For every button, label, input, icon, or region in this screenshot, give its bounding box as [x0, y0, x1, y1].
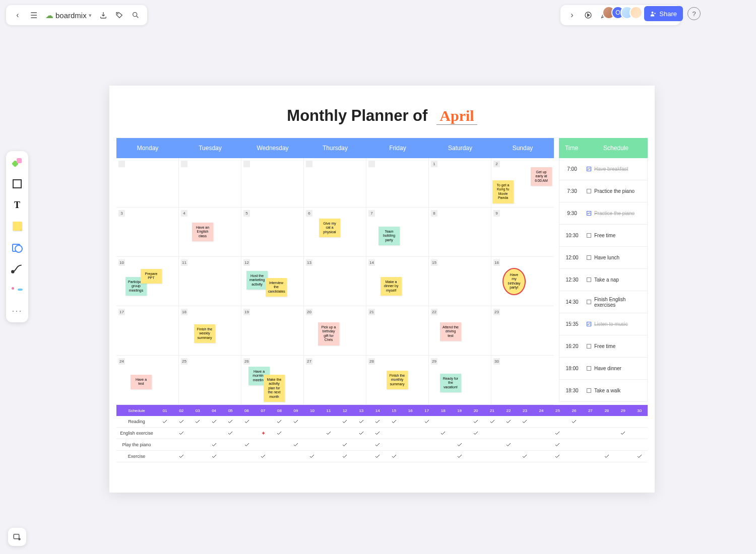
tracker-cell[interactable] [271, 428, 287, 439]
calendar-cell[interactable]: 24Have a test [116, 356, 179, 405]
tracker-cell[interactable] [255, 416, 271, 427]
schedule-item[interactable]: ✓Practice the piano [585, 202, 647, 224]
tracker-cell[interactable] [157, 439, 173, 450]
tracker-cell[interactable] [369, 439, 386, 450]
tracker-cell[interactable] [500, 428, 517, 439]
tracker-cell[interactable] [190, 428, 206, 439]
tracker-cell[interactable] [517, 439, 533, 450]
tracker-cell[interactable] [468, 451, 484, 462]
tracker-cell[interactable] [549, 428, 565, 439]
tracker-cell[interactable] [369, 416, 386, 427]
tracker-cell[interactable] [238, 428, 255, 439]
download-icon[interactable] [96, 8, 111, 23]
tracker-cell[interactable] [369, 451, 386, 462]
tracker-cell[interactable] [173, 416, 189, 427]
calendar-cell[interactable]: 1 [429, 158, 491, 207]
tracker-cell[interactable] [451, 416, 467, 427]
tracker-cell[interactable] [451, 428, 467, 439]
help-button[interactable]: ? [687, 7, 701, 20]
tracker-cell[interactable] [517, 416, 533, 427]
tracker-cell[interactable] [435, 451, 451, 462]
play-icon[interactable] [581, 8, 596, 23]
tracker-cell[interactable] [582, 416, 598, 427]
sticky-note[interactable]: Have my birthday party! [502, 268, 526, 295]
sticky-note[interactable]: Team building party [379, 227, 400, 245]
tracker-cell[interactable] [484, 439, 500, 450]
calendar-cell[interactable]: 8 [429, 207, 491, 257]
avatar[interactable] [629, 6, 643, 19]
tracker-cell[interactable]: ✦ [255, 428, 271, 439]
calendar-cell[interactable]: 28Finish the monthly summary [366, 356, 429, 405]
tracker-cell[interactable] [517, 451, 533, 462]
menu-button[interactable]: ☰ [26, 8, 41, 23]
tracker-cell[interactable] [157, 451, 173, 462]
sticky-note[interactable]: Finish the weekly summary [194, 324, 215, 343]
tracker-cell[interactable] [255, 439, 271, 450]
sticky-note[interactable]: Attend the driving test [440, 322, 461, 341]
calendar-cell[interactable]: 26Have a morning meetingMake the activit… [241, 356, 304, 405]
tracker-cell[interactable] [533, 439, 549, 450]
tracker-cell[interactable] [435, 416, 451, 427]
sticky-note[interactable]: Prepare PPT [141, 269, 162, 284]
tracker-cell[interactable] [238, 451, 255, 462]
tracker-cell[interactable] [288, 439, 304, 450]
tracker-cell[interactable] [353, 428, 369, 439]
tracker-cell[interactable] [222, 439, 238, 450]
tracker-cell[interactable] [157, 428, 173, 439]
calendar-cell[interactable]: 11 [179, 257, 241, 306]
checkbox-icon[interactable] [587, 344, 591, 349]
more-tools[interactable]: ··· [11, 304, 24, 317]
calendar-cell[interactable] [366, 158, 429, 207]
tracker-cell[interactable] [418, 451, 434, 462]
tracker-cell[interactable] [337, 428, 353, 439]
tracker-cell[interactable] [418, 428, 434, 439]
tracker-cell[interactable] [288, 428, 304, 439]
calendar-cell[interactable]: 17 [116, 306, 179, 356]
calendar-cell[interactable]: 15 [429, 257, 491, 306]
tracker-cell[interactable] [599, 439, 615, 450]
tracker-cell[interactable] [402, 428, 418, 439]
tracker-cell[interactable] [435, 428, 451, 439]
schedule-item[interactable]: ✓Have breakfast [585, 158, 647, 180]
tracker-cell[interactable] [599, 428, 615, 439]
calendar-cell[interactable]: 22Attend the driving test [429, 306, 491, 356]
tag-icon[interactable] [112, 8, 127, 23]
calendar-cell[interactable]: 4Have an English class [179, 207, 241, 257]
tracker-cell[interactable] [353, 416, 369, 427]
tracker-cell[interactable] [304, 416, 320, 427]
schedule-item[interactable]: Free time [585, 225, 647, 246]
calendar-cell[interactable]: 3 [116, 207, 179, 257]
calendar-cell[interactable] [179, 158, 241, 207]
tracker-cell[interactable] [468, 428, 484, 439]
sticky-note[interactable]: Finish the monthly summary [387, 371, 408, 389]
calendar-cell[interactable]: 14Make a dinner by myself [366, 257, 429, 306]
sticky-note[interactable]: Have an English class [192, 223, 213, 241]
tracker-cell[interactable] [288, 416, 304, 427]
collaborator-avatars[interactable]: O [606, 6, 643, 19]
tracker-cell[interactable] [386, 451, 402, 462]
calendar-cell[interactable]: 20Pick up a birthday gift for Chris [304, 306, 366, 356]
tracker-cell[interactable] [353, 451, 369, 462]
tracker-cell[interactable] [304, 451, 320, 462]
checkbox-icon[interactable] [587, 189, 591, 193]
sticky-note[interactable]: Interview the candidates [266, 278, 287, 297]
tracker-cell[interactable] [582, 451, 598, 462]
shapes-tool[interactable] [11, 156, 24, 169]
tracker-cell[interactable] [418, 416, 434, 427]
schedule-item[interactable]: Have dinner [585, 358, 647, 379]
sticky-note[interactable]: Pick up a birthday gift for Chris [318, 322, 339, 345]
sticky-note-tool[interactable] [11, 220, 24, 233]
tracker-cell[interactable] [500, 451, 517, 462]
checkbox-icon[interactable] [587, 388, 591, 393]
sticky-note[interactable]: Give my cat a physical [319, 219, 340, 237]
tracker-cell[interactable] [517, 428, 533, 439]
sticky-note[interactable]: Host the marketing activity [246, 271, 268, 290]
tracker-cell[interactable] [321, 439, 337, 450]
tracker-cell[interactable] [468, 439, 484, 450]
tracker-cell[interactable] [566, 439, 582, 450]
calendar-cell[interactable]: 19 [241, 306, 304, 356]
checkbox-icon[interactable] [587, 278, 591, 282]
tracker-cell[interactable] [238, 416, 255, 427]
tracker-cell[interactable] [632, 416, 648, 427]
tracker-cell[interactable] [173, 439, 189, 450]
